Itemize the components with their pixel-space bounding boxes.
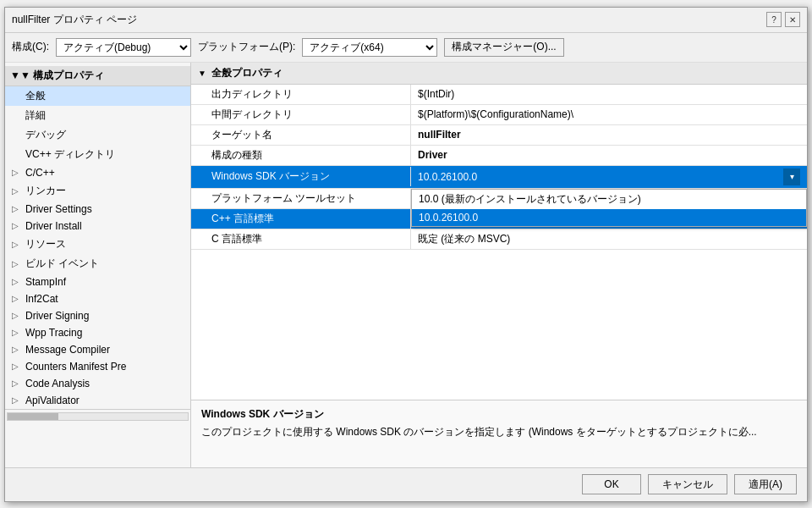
config-manager-button[interactable]: 構成マネージャー(O)... bbox=[444, 38, 563, 57]
sidebar-item-counters-manifest[interactable]: ▷ Counters Manifest Pre bbox=[5, 358, 190, 375]
sidebar-item-build-events[interactable]: ▷ ビルド イベント bbox=[5, 254, 190, 273]
sidebar-item-wpp-tracing[interactable]: ▷ Wpp Tracing bbox=[5, 324, 190, 341]
sidebar-item-stampinf-label: StampInf bbox=[25, 276, 184, 288]
prop-row-output-dir[interactable]: 出力ディレクトリ $(IntDir) bbox=[191, 85, 807, 105]
sidebar-section-label: ▼ 構成プロパティ bbox=[20, 69, 104, 83]
sidebar-item-api-validator[interactable]: ▷ ApiValidator bbox=[5, 392, 190, 409]
apply-button[interactable]: 適用(A) bbox=[734, 474, 797, 494]
sidebar-item-driver-settings[interactable]: ▷ Driver Settings bbox=[5, 201, 190, 218]
sidebar-item-resources[interactable]: ▷ リソース bbox=[5, 235, 190, 254]
info-panel-title: Windows SDK バージョン bbox=[201, 407, 797, 422]
sidebar-item-general[interactable]: 全般 bbox=[5, 86, 190, 106]
windows-sdk-dropdown-arrow[interactable]: ▾ bbox=[783, 168, 800, 185]
prop-value-windows-sdk: 10.0.26100.0 ▾ bbox=[411, 166, 807, 188]
sidebar-item-resources-expand: ▷ bbox=[12, 240, 22, 249]
sidebar-item-wpp-tracing-label: Wpp Tracing bbox=[25, 327, 184, 339]
prop-row-windows-sdk[interactable]: Windows SDK バージョン 10.0.26100.0 ▾ bbox=[191, 166, 807, 189]
sidebar-item-general-label: 全般 bbox=[25, 89, 184, 103]
config-label: 構成(C): bbox=[12, 40, 49, 54]
info-panel: Windows SDK バージョン このプロジェクトに使用する Windows … bbox=[191, 400, 807, 467]
sidebar-item-driver-install[interactable]: ▷ Driver Install bbox=[5, 218, 190, 235]
sidebar-item-cpp[interactable]: ▷ C/C++ bbox=[5, 164, 190, 181]
sidebar-item-driver-settings-label: Driver Settings bbox=[25, 203, 184, 215]
cancel-button[interactable]: キャンセル bbox=[648, 474, 727, 494]
sidebar-item-message-compiler-expand: ▷ bbox=[12, 345, 22, 354]
sidebar-item-stampinf-expand: ▷ bbox=[12, 277, 22, 286]
sidebar-item-driver-signing-expand: ▷ bbox=[12, 311, 22, 320]
sidebar-item-message-compiler-label: Message Compiler bbox=[25, 344, 184, 356]
platform-label: プラットフォーム(P): bbox=[198, 40, 295, 54]
prop-row-intermediate-dir[interactable]: 中間ディレクトリ $(Platform)\$(ConfigurationName… bbox=[191, 105, 807, 125]
sidebar-section-expand-icon: ▼ bbox=[10, 69, 20, 81]
property-group-label: 全般プロパティ bbox=[211, 66, 283, 80]
close-button[interactable]: ✕ bbox=[785, 12, 800, 27]
prop-name-c-lang: C 言語標準 bbox=[191, 229, 411, 249]
ok-button[interactable]: OK bbox=[582, 474, 641, 494]
title-bar-controls: ? ✕ bbox=[766, 12, 800, 27]
sidebar-item-code-analysis-label: Code Analysis bbox=[25, 378, 184, 389]
sidebar-item-code-analysis-expand: ▷ bbox=[12, 378, 22, 388]
help-button[interactable]: ? bbox=[766, 12, 782, 27]
config-select[interactable]: アクティブ(Debug) bbox=[56, 38, 191, 57]
sidebar-item-inf2cat[interactable]: ▷ Inf2Cat bbox=[5, 290, 190, 307]
sidebar-item-message-compiler[interactable]: ▷ Message Compiler bbox=[5, 341, 190, 358]
sidebar-item-stampinf[interactable]: ▷ StampInf bbox=[5, 273, 190, 290]
prop-name-output-dir: 出力ディレクトリ bbox=[191, 85, 411, 104]
sidebar-item-counters-manifest-expand: ▷ bbox=[12, 362, 22, 371]
prop-name-target-name: ターゲット名 bbox=[191, 125, 411, 145]
sidebar-item-inf2cat-label: Inf2Cat bbox=[25, 293, 184, 305]
title-bar: nullFilter プロパティ ページ ? ✕ bbox=[5, 8, 807, 33]
property-group-expand-icon: ▼ bbox=[198, 69, 206, 78]
sidebar-item-driver-settings-expand: ▷ bbox=[12, 204, 22, 213]
prop-value-target-name-text: nullFilter bbox=[418, 129, 800, 141]
sidebar-item-linker-label: リンカー bbox=[25, 184, 184, 198]
prop-row-target-name[interactable]: ターゲット名 nullFilter bbox=[191, 125, 807, 146]
sidebar-item-driver-signing-label: Driver Signing bbox=[25, 310, 184, 322]
prop-value-intermediate-dir: $(Platform)\$(ConfigurationName)\ bbox=[411, 106, 807, 123]
property-group-header: ▼ 全般プロパティ bbox=[191, 63, 807, 85]
property-table: ▼ 全般プロパティ 出力ディレクトリ $(IntDir) 中間ディレクトリ $(… bbox=[191, 63, 807, 400]
dropdown-item-1[interactable]: 10.0 (最新のインストールされているバージョン) bbox=[412, 190, 806, 209]
sidebar-item-build-events-label: ビルド イベント bbox=[25, 257, 184, 271]
prop-value-config-type-text: Driver bbox=[418, 149, 800, 161]
windows-sdk-dropdown-list: 10.0 (最新のインストールされているバージョン) 10.0.26100.0 bbox=[411, 189, 807, 227]
window-title: nullFilter プロパティ ページ bbox=[12, 13, 137, 27]
sidebar-item-linker[interactable]: ▷ リンカー bbox=[5, 181, 190, 201]
prop-value-intermediate-dir-text: $(Platform)\$(ConfigurationName)\ bbox=[418, 108, 800, 120]
sidebar-item-api-validator-expand: ▷ bbox=[12, 395, 22, 405]
sidebar-item-cpp-label: C/C++ bbox=[25, 167, 184, 179]
sidebar: ▼ ▼ 構成プロパティ 全般 詳細 デバッグ VC++ ディレクトリ ▷ C/C… bbox=[5, 63, 191, 467]
main-content: ▼ ▼ 構成プロパティ 全般 詳細 デバッグ VC++ ディレクトリ ▷ C/C… bbox=[5, 63, 807, 467]
sidebar-item-cpp-expand: ▷ bbox=[12, 168, 22, 177]
right-panel: ▼ 全般プロパティ 出力ディレクトリ $(IntDir) 中間ディレクトリ $(… bbox=[191, 63, 807, 467]
platform-select[interactable]: アクティブ(x64) bbox=[302, 38, 437, 57]
sidebar-item-debug-label: デバッグ bbox=[25, 128, 184, 142]
sidebar-item-vcpp-label: VC++ ディレクトリ bbox=[25, 147, 184, 162]
sidebar-item-debug[interactable]: デバッグ bbox=[5, 125, 190, 145]
sidebar-item-driver-install-label: Driver Install bbox=[25, 220, 184, 232]
sidebar-item-vcpp-dir[interactable]: VC++ ディレクトリ bbox=[5, 145, 190, 164]
sidebar-item-inf2cat-expand: ▷ bbox=[12, 294, 22, 303]
prop-value-config-type: Driver bbox=[411, 146, 807, 163]
prop-name-windows-sdk: Windows SDK バージョン bbox=[191, 167, 411, 186]
sidebar-horizontal-scrollbar[interactable] bbox=[5, 409, 190, 424]
sidebar-item-driver-signing[interactable]: ▷ Driver Signing bbox=[5, 307, 190, 324]
prop-value-c-lang: 既定 (従来の MSVC) bbox=[411, 229, 807, 249]
dropdown-item-2[interactable]: 10.0.26100.0 bbox=[412, 209, 806, 226]
prop-value-windows-sdk-text: 10.0.26100.0 bbox=[418, 171, 780, 183]
dialog-window: nullFilter プロパティ ページ ? ✕ 構成(C): アクティブ(De… bbox=[4, 7, 808, 502]
prop-name-intermediate-dir: 中間ディレクトリ bbox=[191, 105, 411, 124]
prop-name-config-type: 構成の種類 bbox=[191, 146, 411, 165]
sidebar-item-wpp-tracing-expand: ▷ bbox=[12, 328, 22, 337]
prop-row-config-type[interactable]: 構成の種類 Driver bbox=[191, 146, 807, 166]
info-panel-desc: このプロジェクトに使用する Windows SDK のバージョンを指定します (… bbox=[201, 425, 797, 439]
prop-row-windows-sdk-container: Windows SDK バージョン 10.0.26100.0 ▾ 10.0 (最… bbox=[191, 166, 807, 189]
sidebar-item-code-analysis[interactable]: ▷ Code Analysis bbox=[5, 375, 190, 392]
sidebar-item-detail[interactable]: 詳細 bbox=[5, 106, 190, 125]
sidebar-item-resources-label: リソース bbox=[25, 237, 184, 251]
prop-value-c-lang-text: 既定 (従来の MSVC) bbox=[418, 232, 800, 246]
prop-row-c-lang[interactable]: C 言語標準 既定 (従来の MSVC) bbox=[191, 229, 807, 250]
prop-value-output-dir-text: $(IntDir) bbox=[418, 88, 800, 100]
sidebar-item-driver-install-expand: ▷ bbox=[12, 221, 22, 230]
prop-name-platform-toolset: プラットフォーム ツールセット bbox=[191, 189, 411, 208]
